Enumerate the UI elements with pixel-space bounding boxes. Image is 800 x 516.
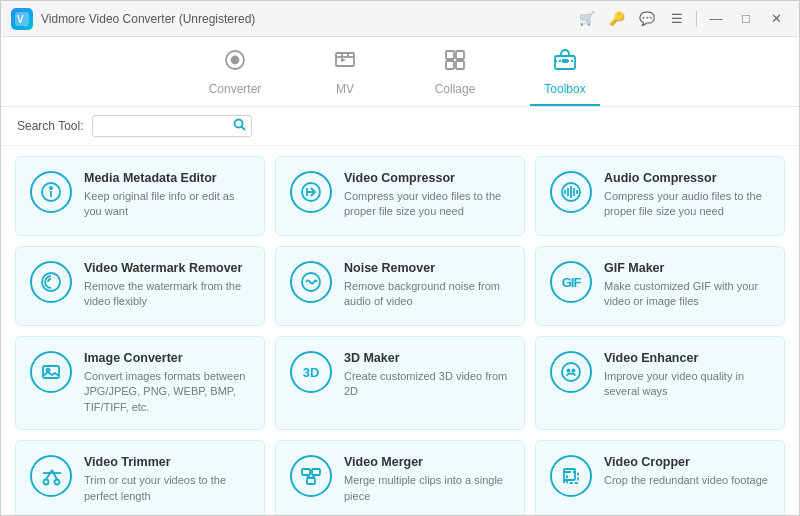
noise-remover-icon bbox=[290, 261, 332, 303]
gif-maker-name: GIF Maker bbox=[604, 261, 770, 275]
video-trimmer-name: Video Trimmer bbox=[84, 455, 250, 469]
noise-remover-name: Noise Remover bbox=[344, 261, 510, 275]
3d-maker-desc: Create customized 3D video from 2D bbox=[344, 369, 510, 400]
app-logo: V bbox=[11, 8, 33, 30]
audio-compressor-icon bbox=[550, 171, 592, 213]
svg-rect-42 bbox=[567, 472, 578, 483]
key-button[interactable]: 🔑 bbox=[604, 6, 630, 32]
3d-maker-icon: 3D bbox=[290, 351, 332, 393]
tool-card-gif-maker[interactable]: GIF GIF Maker Make customized GIF with y… bbox=[535, 246, 785, 326]
maximize-button[interactable]: □ bbox=[733, 6, 759, 32]
svg-point-29 bbox=[562, 363, 580, 381]
svg-point-32 bbox=[44, 480, 49, 485]
tab-mv[interactable]: MV bbox=[310, 48, 380, 106]
toolbox-icon bbox=[553, 48, 577, 78]
video-watermark-remover-info: Video Watermark Remover Remove the water… bbox=[84, 261, 250, 310]
audio-compressor-name: Audio Compressor bbox=[604, 171, 770, 185]
video-trimmer-desc: Trim or cut your videos to the perfect l… bbox=[84, 473, 250, 504]
menu-button[interactable]: ☰ bbox=[664, 6, 690, 32]
video-trimmer-info: Video Trimmer Trim or cut your videos to… bbox=[84, 455, 250, 504]
main-content: Media Metadata Editor Keep original file… bbox=[1, 146, 799, 516]
svg-point-15 bbox=[50, 187, 52, 189]
svg-point-33 bbox=[55, 480, 60, 485]
svg-rect-39 bbox=[307, 478, 315, 484]
window-controls: 🛒 🔑 💬 ☰ — □ ✕ bbox=[574, 6, 789, 32]
svg-rect-38 bbox=[312, 469, 320, 475]
svg-point-30 bbox=[568, 370, 570, 372]
collage-label: Collage bbox=[435, 82, 476, 96]
video-compressor-name: Video Compressor bbox=[344, 171, 510, 185]
tool-card-video-enhancer[interactable]: Video Enhancer Improve your video qualit… bbox=[535, 336, 785, 430]
tool-card-video-trimmer[interactable]: Video Trimmer Trim or cut your videos to… bbox=[15, 440, 265, 516]
tool-card-media-metadata-editor[interactable]: Media Metadata Editor Keep original file… bbox=[15, 156, 265, 236]
video-enhancer-desc: Improve your video quality in several wa… bbox=[604, 369, 770, 400]
3d-maker-name: 3D Maker bbox=[344, 351, 510, 365]
tool-card-video-compressor[interactable]: Video Compressor Compress your video fil… bbox=[275, 156, 525, 236]
tab-collage[interactable]: Collage bbox=[420, 48, 490, 106]
converter-icon bbox=[223, 48, 247, 78]
video-merger-icon bbox=[290, 455, 332, 497]
mv-icon bbox=[333, 48, 357, 78]
image-converter-icon bbox=[30, 351, 72, 393]
feedback-button[interactable]: 💬 bbox=[634, 6, 660, 32]
video-merger-name: Video Merger bbox=[344, 455, 510, 469]
noise-remover-desc: Remove background noise from audio of vi… bbox=[344, 279, 510, 310]
cart-button[interactable]: 🛒 bbox=[574, 6, 600, 32]
video-merger-info: Video Merger Merge multiple clips into a… bbox=[344, 455, 510, 504]
svg-rect-6 bbox=[456, 51, 464, 59]
collage-icon bbox=[443, 48, 467, 78]
gif-maker-info: GIF Maker Make customized GIF with your … bbox=[604, 261, 770, 310]
media-metadata-editor-name: Media Metadata Editor bbox=[84, 171, 250, 185]
video-compressor-info: Video Compressor Compress your video fil… bbox=[344, 171, 510, 220]
svg-line-35 bbox=[52, 470, 57, 480]
audio-compressor-desc: Compress your audio files to the proper … bbox=[604, 189, 770, 220]
tab-toolbox[interactable]: Toolbox bbox=[530, 48, 600, 106]
svg-point-31 bbox=[573, 370, 575, 372]
title-separator bbox=[696, 11, 697, 27]
video-cropper-name: Video Cropper bbox=[604, 455, 770, 469]
tool-card-noise-remover[interactable]: Noise Remover Remove background noise fr… bbox=[275, 246, 525, 326]
noise-remover-info: Noise Remover Remove background noise fr… bbox=[344, 261, 510, 310]
search-wrapper bbox=[92, 115, 252, 137]
gif-maker-icon: GIF bbox=[550, 261, 592, 303]
video-cropper-info: Video Cropper Crop the redundant video f… bbox=[604, 455, 770, 488]
svg-rect-5 bbox=[446, 51, 454, 59]
nav-tabs: Converter MV Collage bbox=[1, 37, 799, 107]
video-watermark-remover-desc: Remove the watermark from the video flex… bbox=[84, 279, 250, 310]
tab-converter[interactable]: Converter bbox=[200, 48, 270, 106]
minimize-button[interactable]: — bbox=[703, 6, 729, 32]
svg-rect-4 bbox=[336, 53, 354, 66]
svg-rect-37 bbox=[302, 469, 310, 475]
svg-rect-10 bbox=[562, 59, 568, 63]
svg-point-3 bbox=[232, 57, 239, 64]
audio-compressor-info: Audio Compressor Compress your audio fil… bbox=[604, 171, 770, 220]
media-metadata-editor-desc: Keep original file info or edit as you w… bbox=[84, 189, 250, 220]
tool-card-video-merger[interactable]: Video Merger Merge multiple clips into a… bbox=[275, 440, 525, 516]
tool-card-3d-maker[interactable]: 3D 3D Maker Create customized 3D video f… bbox=[275, 336, 525, 430]
search-bar: Search Tool: bbox=[1, 107, 799, 146]
image-converter-name: Image Converter bbox=[84, 351, 250, 365]
3d-maker-info: 3D Maker Create customized 3D video from… bbox=[344, 351, 510, 400]
svg-rect-8 bbox=[456, 61, 464, 69]
close-button[interactable]: ✕ bbox=[763, 6, 789, 32]
search-label: Search Tool: bbox=[17, 119, 84, 133]
video-enhancer-info: Video Enhancer Improve your video qualit… bbox=[604, 351, 770, 400]
tool-card-video-cropper[interactable]: Video Cropper Crop the redundant video f… bbox=[535, 440, 785, 516]
svg-rect-43 bbox=[564, 469, 575, 480]
title-bar: V Vidmore Video Converter (Unregistered)… bbox=[1, 1, 799, 37]
video-cropper-desc: Crop the redundant video footage bbox=[604, 473, 770, 488]
search-icon[interactable] bbox=[233, 118, 246, 134]
toolbox-label: Toolbox bbox=[544, 82, 585, 96]
video-compressor-icon bbox=[290, 171, 332, 213]
svg-line-12 bbox=[241, 127, 245, 131]
svg-rect-7 bbox=[446, 61, 454, 69]
svg-line-34 bbox=[46, 470, 52, 480]
tool-card-image-converter[interactable]: Image Converter Convert images formats b… bbox=[15, 336, 265, 430]
tool-card-audio-compressor[interactable]: Audio Compressor Compress your audio fil… bbox=[535, 156, 785, 236]
search-input[interactable] bbox=[92, 115, 252, 137]
converter-label: Converter bbox=[209, 82, 262, 96]
tools-grid-wrapper[interactable]: Media Metadata Editor Keep original file… bbox=[1, 146, 799, 516]
tools-grid: Media Metadata Editor Keep original file… bbox=[15, 156, 785, 516]
tool-card-video-watermark-remover[interactable]: Video Watermark Remover Remove the water… bbox=[15, 246, 265, 326]
video-merger-desc: Merge multiple clips into a single piece bbox=[344, 473, 510, 504]
